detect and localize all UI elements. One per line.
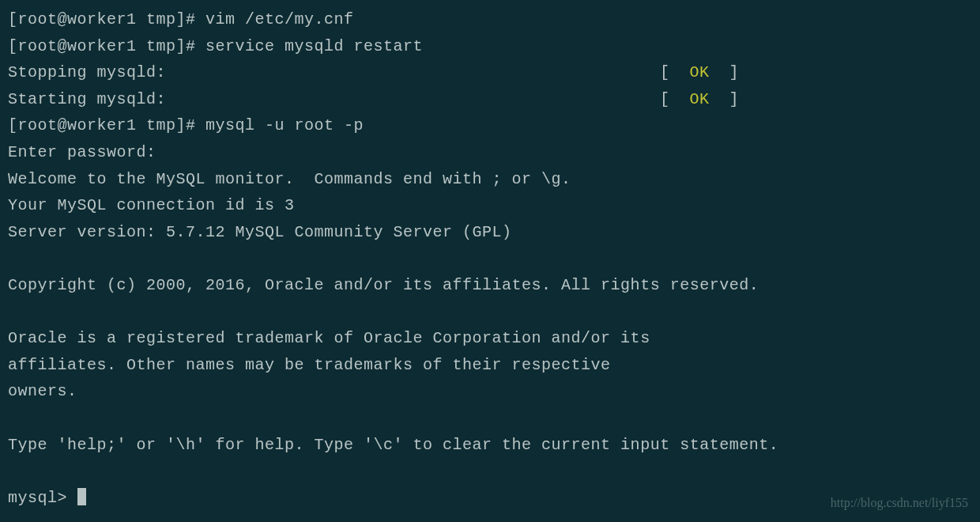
- command-text: service mysqld restart: [205, 37, 423, 55]
- trademark-line-3: owners.: [8, 378, 972, 405]
- command-text: mysql -u root -p: [205, 116, 364, 134]
- blank-line: [8, 299, 972, 326]
- welcome-line: Welcome to the MySQL monitor. Commands e…: [8, 166, 972, 193]
- status-result: [ OK ]: [660, 59, 972, 86]
- cursor-icon: [77, 488, 86, 505]
- watermark-text: http://blog.csdn.net/liyf155: [831, 493, 968, 514]
- terminal-output[interactable]: [root@worker1 tmp]# vim /etc/my.cnf [roo…: [8, 6, 972, 511]
- trademark-line-2: affiliates. Other names may be trademark…: [8, 352, 972, 379]
- blank-line: [8, 458, 972, 485]
- cmd-line-3: [root@worker1 tmp]# mysql -u root -p: [8, 112, 972, 139]
- mysql-prompt: mysql>: [8, 489, 77, 507]
- ok-status: OK: [689, 63, 709, 81]
- service-stop-line: Stopping mysqld:[ OK ]: [8, 59, 972, 86]
- service-start-line: Starting mysqld:[ OK ]: [8, 86, 972, 113]
- mysql-prompt-line[interactable]: mysql>: [8, 485, 972, 512]
- cmd-line-1: [root@worker1 tmp]# vim /etc/my.cnf: [8, 6, 972, 33]
- status-label: Stopping mysqld:: [8, 59, 166, 86]
- status-result: [ OK ]: [660, 86, 972, 113]
- trademark-line-1: Oracle is a registered trademark of Orac…: [8, 325, 972, 352]
- shell-prompt: [root@worker1 tmp]#: [8, 116, 205, 134]
- blank-line: [8, 405, 972, 432]
- help-line: Type 'help;' or '\h' for help. Type '\c'…: [8, 432, 972, 459]
- cmd-line-2: [root@worker1 tmp]# service mysqld resta…: [8, 33, 972, 60]
- shell-prompt: [root@worker1 tmp]#: [8, 37, 205, 55]
- password-prompt: Enter password:: [8, 139, 972, 166]
- copyright-line: Copyright (c) 2000, 2016, Oracle and/or …: [8, 272, 972, 299]
- connection-id-line: Your MySQL connection id is 3: [8, 192, 972, 219]
- ok-status: OK: [689, 90, 709, 108]
- shell-prompt: [root@worker1 tmp]#: [8, 10, 205, 28]
- server-version-line: Server version: 5.7.12 MySQL Community S…: [8, 219, 972, 246]
- blank-line: [8, 245, 972, 272]
- status-label: Starting mysqld:: [8, 86, 166, 113]
- command-text: vim /etc/my.cnf: [205, 10, 354, 28]
